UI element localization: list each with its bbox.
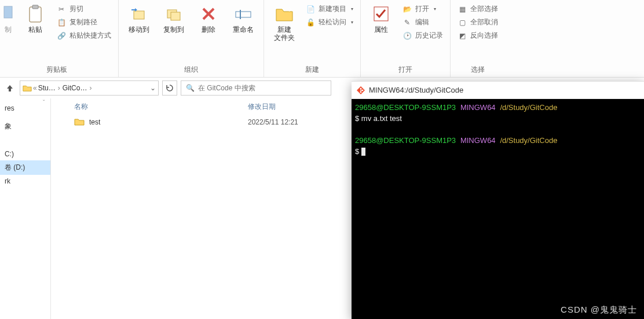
edit-label: 编辑	[415, 17, 429, 27]
sidebar-item[interactable]: rk	[0, 175, 50, 188]
group-label-select: 选择	[455, 63, 500, 76]
easy-access-icon: 🔓	[306, 18, 315, 27]
new-folder-button[interactable]: 新建 文件夹	[269, 2, 300, 45]
properties-button[interactable]: 属性	[365, 2, 397, 36]
collapse-icon[interactable]: ˇ	[43, 100, 45, 106]
ribbon-group-new: 新建 文件夹 📄 新建项目 🔓 轻松访问 新建	[264, 0, 361, 77]
delete-button[interactable]: 删除	[193, 2, 224, 36]
select-none-icon: ▢	[458, 18, 467, 27]
svg-rect-3	[134, 11, 144, 19]
select-none-label: 全部取消	[470, 17, 498, 27]
file-date: 2022/5/11 12:21	[248, 118, 335, 126]
term-env: MINGW64	[460, 103, 496, 112]
history-label: 历史记录	[415, 31, 443, 41]
paste-shortcut-button[interactable]: 🔗 粘贴快捷方式	[54, 30, 114, 41]
rename-button[interactable]: 重命名	[228, 2, 259, 36]
invert-selection-button[interactable]: ◩ 反向选择	[455, 30, 500, 41]
move-label: 移动到	[129, 25, 149, 34]
col-name[interactable]: 名称	[74, 102, 248, 112]
search-input[interactable]	[198, 84, 326, 92]
ribbon-group-select: ▦ 全部选择 ▢ 全部取消 ◩ 反向选择 选择	[451, 0, 505, 77]
svg-rect-1	[30, 7, 41, 22]
cursor	[361, 148, 365, 156]
term-user: 29658@DESKTOP-9SSM1P3	[355, 136, 456, 145]
breadcrumb-sep: «	[33, 84, 37, 92]
shortcut-icon: 🔗	[57, 31, 66, 41]
terminal-window[interactable]: MINGW64:/d/Study/GitCode 29658@DESKTOP-9…	[352, 81, 644, 319]
svg-rect-5	[171, 12, 180, 20]
delete-label: 删除	[202, 25, 215, 34]
pin-icon	[0, 5, 17, 23]
chevron-right-icon: ›	[88, 84, 93, 92]
ribbon-group-organize: 移动到 复制到 删除 重命名 组织	[119, 0, 264, 77]
svg-rect-0	[4, 6, 12, 18]
select-all-label: 全部选择	[470, 4, 498, 14]
breadcrumb-dropdown[interactable]: ⌄	[150, 84, 156, 92]
clipboard-icon	[26, 5, 45, 23]
breadcrumb-part[interactable]: Stu…	[38, 84, 56, 92]
nav-pane[interactable]: ˇ res 象 C:) 卷 (D:) rk	[0, 98, 51, 319]
ribbon-group-clipboard: 制 粘贴 ✂ 剪切 📋 复制路径 🔗 粘贴快捷方式	[0, 0, 119, 77]
terminal-output[interactable]: 29658@DESKTOP-9SSM1P3 MINGW64 /d/Study/G…	[352, 99, 644, 161]
breadcrumb-part[interactable]: GitCo…	[63, 84, 87, 92]
folder-icon	[74, 118, 85, 127]
group-label-clipboard: 剪贴板	[0, 63, 114, 76]
term-prompt: $	[355, 114, 359, 123]
term-path: /d/Study/GitCode	[500, 136, 557, 145]
terminal-title: MINGW64:/d/Study/GitCode	[369, 86, 463, 94]
new-folder-label: 新建 文件夹	[274, 25, 295, 42]
new-item-label: 新建项目	[319, 4, 346, 14]
easy-access-button[interactable]: 🔓 轻松访问	[303, 17, 356, 28]
new-item-button[interactable]: 📄 新建项目	[303, 3, 356, 14]
search-icon: 🔍	[186, 84, 195, 92]
sidebar-item[interactable]: 象	[0, 119, 50, 134]
copy-path-button[interactable]: 📋 复制路径	[54, 17, 114, 28]
git-icon	[356, 86, 365, 95]
cut-button[interactable]: ✂ 剪切	[54, 3, 114, 14]
col-date[interactable]: 修改日期	[248, 102, 335, 112]
copy-to-icon	[164, 5, 183, 23]
copy-to-button[interactable]: 复制到	[158, 2, 189, 36]
move-to-button[interactable]: 移动到	[123, 2, 155, 36]
pin-button[interactable]: 制	[0, 2, 16, 36]
copy-path-label: 复制路径	[69, 17, 97, 27]
term-prompt: $	[355, 147, 359, 156]
group-label-organize: 组织	[123, 63, 259, 76]
paste-label: 粘贴	[28, 25, 42, 34]
terminal-titlebar[interactable]: MINGW64:/d/Study/GitCode	[352, 82, 644, 99]
up-button[interactable]	[3, 81, 16, 95]
scissors-icon: ✂	[57, 5, 66, 14]
sidebar-item[interactable]: C:)	[0, 148, 50, 160]
term-path: /d/Study/GitCode	[500, 103, 557, 112]
ribbon-group-open: 属性 📂 打开 ✎ 编辑 🕑 历史记录 打开	[361, 0, 451, 77]
select-all-button[interactable]: ▦ 全部选择	[455, 3, 500, 14]
sidebar-item[interactable]	[0, 143, 50, 148]
ribbon: 制 粘贴 ✂ 剪切 📋 复制路径 🔗 粘贴快捷方式	[0, 0, 644, 78]
invert-icon: ◩	[458, 31, 467, 41]
sidebar-item[interactable]	[0, 115, 50, 119]
history-button[interactable]: 🕑 历史记录	[400, 30, 445, 41]
easy-access-label: 轻松访问	[319, 17, 346, 27]
breadcrumb[interactable]: « Stu… › GitCo… › ⌄	[20, 80, 159, 96]
paste-button[interactable]: 粘贴	[20, 2, 51, 36]
term-command: mv a.txt test	[361, 114, 402, 123]
properties-label: 属性	[374, 25, 388, 34]
select-all-icon: ▦	[458, 5, 467, 14]
file-name: test	[89, 118, 100, 126]
sidebar-item[interactable]	[0, 138, 50, 143]
path-icon: 📋	[57, 18, 66, 27]
refresh-button[interactable]	[162, 80, 177, 96]
sidebar-item[interactable]: 卷 (D:)	[0, 160, 50, 175]
select-none-button[interactable]: ▢ 全部取消	[455, 17, 500, 28]
new-folder-icon	[275, 5, 294, 23]
invert-label: 反向选择	[470, 31, 498, 41]
group-label-new: 新建	[269, 63, 356, 76]
folder-icon	[23, 83, 32, 93]
term-env: MINGW64	[460, 136, 496, 145]
sidebar-item[interactable]	[0, 134, 50, 138]
pin-label: 制	[5, 25, 12, 34]
search-box[interactable]: 🔍	[181, 80, 331, 96]
open-button[interactable]: 📂 打开	[400, 3, 445, 14]
edit-button[interactable]: ✎ 编辑	[400, 17, 445, 28]
open-label: 打开	[415, 4, 429, 14]
